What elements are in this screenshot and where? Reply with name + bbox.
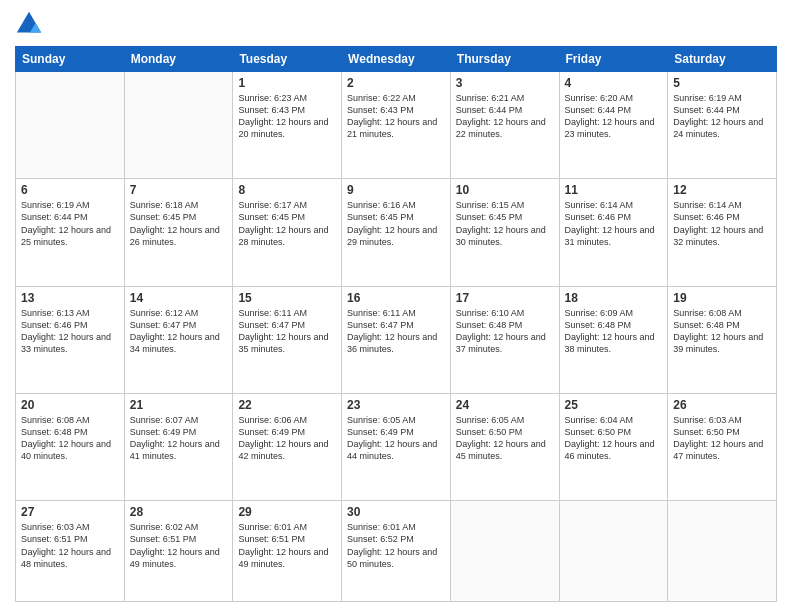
calendar-cell: 24Sunrise: 6:05 AMSunset: 6:50 PMDayligh… xyxy=(450,393,559,500)
day-number: 21 xyxy=(130,398,228,412)
day-info: Sunrise: 6:07 AMSunset: 6:49 PMDaylight:… xyxy=(130,414,228,463)
day-number: 5 xyxy=(673,76,771,90)
calendar-cell xyxy=(559,501,668,602)
calendar-cell: 5Sunrise: 6:19 AMSunset: 6:44 PMDaylight… xyxy=(668,72,777,179)
calendar-cell: 6Sunrise: 6:19 AMSunset: 6:44 PMDaylight… xyxy=(16,179,125,286)
day-number: 9 xyxy=(347,183,445,197)
day-number: 13 xyxy=(21,291,119,305)
day-number: 20 xyxy=(21,398,119,412)
day-number: 10 xyxy=(456,183,554,197)
page: SundayMondayTuesdayWednesdayThursdayFrid… xyxy=(0,0,792,612)
calendar-cell xyxy=(124,72,233,179)
day-number: 1 xyxy=(238,76,336,90)
day-info: Sunrise: 6:09 AMSunset: 6:48 PMDaylight:… xyxy=(565,307,663,356)
day-number: 11 xyxy=(565,183,663,197)
day-number: 14 xyxy=(130,291,228,305)
calendar-cell: 29Sunrise: 6:01 AMSunset: 6:51 PMDayligh… xyxy=(233,501,342,602)
calendar-cell: 23Sunrise: 6:05 AMSunset: 6:49 PMDayligh… xyxy=(342,393,451,500)
day-number: 18 xyxy=(565,291,663,305)
day-info: Sunrise: 6:23 AMSunset: 6:43 PMDaylight:… xyxy=(238,92,336,141)
calendar-cell: 30Sunrise: 6:01 AMSunset: 6:52 PMDayligh… xyxy=(342,501,451,602)
calendar-cell: 15Sunrise: 6:11 AMSunset: 6:47 PMDayligh… xyxy=(233,286,342,393)
day-info: Sunrise: 6:17 AMSunset: 6:45 PMDaylight:… xyxy=(238,199,336,248)
day-info: Sunrise: 6:16 AMSunset: 6:45 PMDaylight:… xyxy=(347,199,445,248)
logo-icon xyxy=(15,10,43,38)
day-number: 8 xyxy=(238,183,336,197)
calendar-cell: 8Sunrise: 6:17 AMSunset: 6:45 PMDaylight… xyxy=(233,179,342,286)
day-number: 16 xyxy=(347,291,445,305)
day-info: Sunrise: 6:11 AMSunset: 6:47 PMDaylight:… xyxy=(347,307,445,356)
day-info: Sunrise: 6:03 AMSunset: 6:51 PMDaylight:… xyxy=(21,521,119,570)
calendar-cell: 11Sunrise: 6:14 AMSunset: 6:46 PMDayligh… xyxy=(559,179,668,286)
calendar-cell xyxy=(668,501,777,602)
day-number: 24 xyxy=(456,398,554,412)
calendar-cell: 26Sunrise: 6:03 AMSunset: 6:50 PMDayligh… xyxy=(668,393,777,500)
day-number: 22 xyxy=(238,398,336,412)
calendar-cell: 17Sunrise: 6:10 AMSunset: 6:48 PMDayligh… xyxy=(450,286,559,393)
calendar-cell: 7Sunrise: 6:18 AMSunset: 6:45 PMDaylight… xyxy=(124,179,233,286)
calendar-week-row: 20Sunrise: 6:08 AMSunset: 6:48 PMDayligh… xyxy=(16,393,777,500)
calendar-week-row: 6Sunrise: 6:19 AMSunset: 6:44 PMDaylight… xyxy=(16,179,777,286)
calendar-cell: 25Sunrise: 6:04 AMSunset: 6:50 PMDayligh… xyxy=(559,393,668,500)
calendar-header-wednesday: Wednesday xyxy=(342,47,451,72)
day-info: Sunrise: 6:21 AMSunset: 6:44 PMDaylight:… xyxy=(456,92,554,141)
day-info: Sunrise: 6:12 AMSunset: 6:47 PMDaylight:… xyxy=(130,307,228,356)
calendar-cell: 18Sunrise: 6:09 AMSunset: 6:48 PMDayligh… xyxy=(559,286,668,393)
day-info: Sunrise: 6:06 AMSunset: 6:49 PMDaylight:… xyxy=(238,414,336,463)
day-number: 2 xyxy=(347,76,445,90)
calendar-table: SundayMondayTuesdayWednesdayThursdayFrid… xyxy=(15,46,777,602)
day-number: 6 xyxy=(21,183,119,197)
calendar-cell: 21Sunrise: 6:07 AMSunset: 6:49 PMDayligh… xyxy=(124,393,233,500)
calendar-cell: 13Sunrise: 6:13 AMSunset: 6:46 PMDayligh… xyxy=(16,286,125,393)
day-info: Sunrise: 6:03 AMSunset: 6:50 PMDaylight:… xyxy=(673,414,771,463)
calendar-cell: 19Sunrise: 6:08 AMSunset: 6:48 PMDayligh… xyxy=(668,286,777,393)
day-info: Sunrise: 6:08 AMSunset: 6:48 PMDaylight:… xyxy=(21,414,119,463)
day-number: 23 xyxy=(347,398,445,412)
day-number: 3 xyxy=(456,76,554,90)
calendar-cell: 1Sunrise: 6:23 AMSunset: 6:43 PMDaylight… xyxy=(233,72,342,179)
day-info: Sunrise: 6:08 AMSunset: 6:48 PMDaylight:… xyxy=(673,307,771,356)
calendar-cell: 14Sunrise: 6:12 AMSunset: 6:47 PMDayligh… xyxy=(124,286,233,393)
calendar-header-tuesday: Tuesday xyxy=(233,47,342,72)
day-info: Sunrise: 6:10 AMSunset: 6:48 PMDaylight:… xyxy=(456,307,554,356)
calendar-cell: 9Sunrise: 6:16 AMSunset: 6:45 PMDaylight… xyxy=(342,179,451,286)
day-info: Sunrise: 6:13 AMSunset: 6:46 PMDaylight:… xyxy=(21,307,119,356)
day-number: 29 xyxy=(238,505,336,519)
calendar-cell: 2Sunrise: 6:22 AMSunset: 6:43 PMDaylight… xyxy=(342,72,451,179)
day-info: Sunrise: 6:14 AMSunset: 6:46 PMDaylight:… xyxy=(673,199,771,248)
header xyxy=(15,10,777,38)
calendar-header-row: SundayMondayTuesdayWednesdayThursdayFrid… xyxy=(16,47,777,72)
day-number: 7 xyxy=(130,183,228,197)
day-info: Sunrise: 6:14 AMSunset: 6:46 PMDaylight:… xyxy=(565,199,663,248)
day-number: 30 xyxy=(347,505,445,519)
day-number: 26 xyxy=(673,398,771,412)
day-info: Sunrise: 6:01 AMSunset: 6:51 PMDaylight:… xyxy=(238,521,336,570)
day-info: Sunrise: 6:20 AMSunset: 6:44 PMDaylight:… xyxy=(565,92,663,141)
calendar-cell: 12Sunrise: 6:14 AMSunset: 6:46 PMDayligh… xyxy=(668,179,777,286)
calendar-cell: 28Sunrise: 6:02 AMSunset: 6:51 PMDayligh… xyxy=(124,501,233,602)
calendar-week-row: 13Sunrise: 6:13 AMSunset: 6:46 PMDayligh… xyxy=(16,286,777,393)
day-info: Sunrise: 6:19 AMSunset: 6:44 PMDaylight:… xyxy=(21,199,119,248)
calendar-week-row: 1Sunrise: 6:23 AMSunset: 6:43 PMDaylight… xyxy=(16,72,777,179)
day-number: 27 xyxy=(21,505,119,519)
calendar-header-sunday: Sunday xyxy=(16,47,125,72)
calendar-cell: 20Sunrise: 6:08 AMSunset: 6:48 PMDayligh… xyxy=(16,393,125,500)
calendar-cell: 4Sunrise: 6:20 AMSunset: 6:44 PMDaylight… xyxy=(559,72,668,179)
day-info: Sunrise: 6:22 AMSunset: 6:43 PMDaylight:… xyxy=(347,92,445,141)
calendar-cell: 16Sunrise: 6:11 AMSunset: 6:47 PMDayligh… xyxy=(342,286,451,393)
calendar-cell: 27Sunrise: 6:03 AMSunset: 6:51 PMDayligh… xyxy=(16,501,125,602)
day-info: Sunrise: 6:05 AMSunset: 6:50 PMDaylight:… xyxy=(456,414,554,463)
calendar-cell xyxy=(16,72,125,179)
day-info: Sunrise: 6:04 AMSunset: 6:50 PMDaylight:… xyxy=(565,414,663,463)
day-info: Sunrise: 6:05 AMSunset: 6:49 PMDaylight:… xyxy=(347,414,445,463)
day-number: 28 xyxy=(130,505,228,519)
calendar-header-friday: Friday xyxy=(559,47,668,72)
day-info: Sunrise: 6:19 AMSunset: 6:44 PMDaylight:… xyxy=(673,92,771,141)
day-number: 19 xyxy=(673,291,771,305)
day-info: Sunrise: 6:18 AMSunset: 6:45 PMDaylight:… xyxy=(130,199,228,248)
calendar-cell: 10Sunrise: 6:15 AMSunset: 6:45 PMDayligh… xyxy=(450,179,559,286)
day-info: Sunrise: 6:02 AMSunset: 6:51 PMDaylight:… xyxy=(130,521,228,570)
day-info: Sunrise: 6:11 AMSunset: 6:47 PMDaylight:… xyxy=(238,307,336,356)
calendar-header-thursday: Thursday xyxy=(450,47,559,72)
day-number: 4 xyxy=(565,76,663,90)
